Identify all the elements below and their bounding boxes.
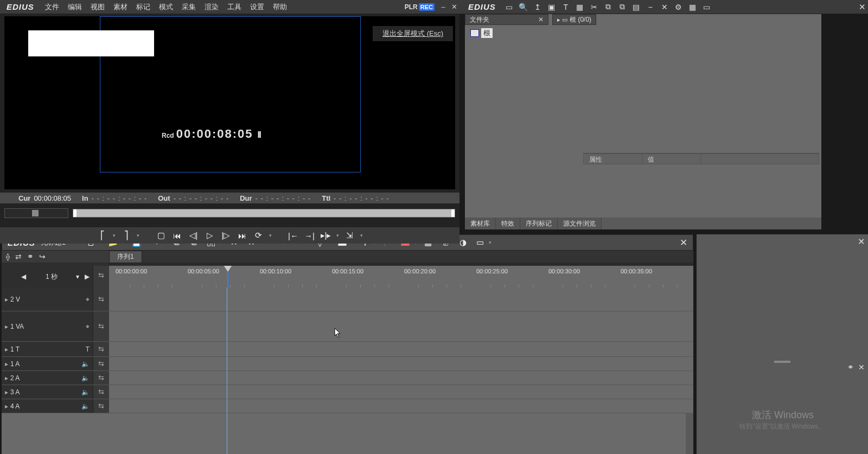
view-grid-icon[interactable]: ▦ [686,3,700,11]
ruler-sync-col[interactable]: ⇆ [93,266,109,287]
timeline-close-icon[interactable]: ✕ [674,237,693,248]
step-back-icon[interactable]: ◁| [186,228,201,242]
track-type-icon[interactable]: 🔈 [81,402,90,410]
tab-source-browser[interactable]: 源文件浏览 [558,218,602,229]
menu-settings[interactable]: 设置 [246,2,269,12]
units-drop-icon[interactable]: ▾ [74,273,81,280]
drop-icon[interactable]: ▾ [111,228,118,242]
scrub-track[interactable] [73,209,455,218]
track-lane[interactable] [109,342,693,356]
bin-tab-folder[interactable]: 文件夹 ✕ [465,14,548,25]
menu-view[interactable]: 视图 [86,2,109,12]
set-out-icon[interactable]: ⎤ [119,228,134,242]
sync-icon[interactable]: ⇄ [15,252,22,261]
track-patch[interactable]: ⇆ [93,371,109,385]
mode-icon[interactable]: ⟠ [6,252,10,261]
overwrite-icon[interactable]: ⇲ [342,228,358,242]
exit-fullscreen-button[interactable]: 退出全屏模式 (Esc) [373,26,453,41]
track-header[interactable]: ▸1 TT [2,342,93,356]
folder-icon[interactable]: ▭ [502,3,516,11]
drop-icon[interactable]: ▾ [267,228,274,242]
drop-icon[interactable]: ▾ [489,240,494,245]
link-icon[interactable]: ⚭ [27,252,34,261]
expand-icon[interactable]: ▸ [5,360,8,368]
track-type-icon[interactable]: ⌖ [86,323,90,330]
set-in-icon[interactable]: ⎡ [95,228,110,242]
minus-icon[interactable]: − [643,3,658,11]
close-icon[interactable]: ✕ [538,16,544,23]
insert-mode-icon[interactable]: ↪ [39,252,46,261]
props-icon[interactable]: ⚙ [672,3,686,11]
track-type-icon[interactable]: 🔈 [81,374,90,382]
timeline-ruler[interactable]: 00:00:00:0000:00:05:0000:00:10:0000:00:1… [109,266,693,287]
menu-tools[interactable]: 工具 [223,2,246,12]
menu-render[interactable]: 渲染 [200,2,223,12]
track-header[interactable]: ▸2 A🔈 [2,371,93,385]
menu-file[interactable]: 文件 [41,2,63,12]
title-icon[interactable]: T [559,3,573,11]
tab-library[interactable]: 素材库 [465,218,496,229]
prop-col-val[interactable]: 值 [642,154,701,164]
rewind-icon[interactable]: ⏮ [170,228,185,242]
bin-content[interactable] [583,27,819,152]
track-lane[interactable] [109,385,693,399]
layout-icon[interactable]: ▭ [473,238,488,247]
track-type-icon[interactable]: 🔈 [81,360,90,368]
play-icon[interactable]: ▷ [202,228,218,242]
expand-icon[interactable]: ▸ [5,402,8,410]
track-lane[interactable] [109,287,693,311]
ruler-units[interactable]: 1 秒 [29,272,74,282]
drop-icon[interactable]: ▾ [359,228,365,242]
drop-icon[interactable]: ▾ [335,228,341,242]
search-icon[interactable]: 🔍 [516,3,531,11]
up-icon[interactable]: ↥ [531,3,545,11]
link-icon[interactable]: ⚭ [847,363,854,372]
cut-icon[interactable]: ✂ [587,3,601,11]
stop-icon[interactable]: ▢ [154,228,169,242]
panel-handle[interactable] [774,361,790,363]
jog-shuttle[interactable] [4,208,68,218]
paste-icon[interactable]: ⧉ [615,2,629,11]
panel-close-icon[interactable]: ✕ [858,236,865,247]
view-list-icon[interactable]: ▭ [700,3,714,11]
track-lane[interactable] [109,371,693,385]
expand-icon[interactable]: ▸ [5,374,8,382]
bin-tab-root[interactable]: ▸ ▭ 根 (0/0) [552,14,596,25]
insert-icon[interactable]: ▸|▸ [318,228,334,242]
prop-col-attr[interactable]: 属性 [584,154,642,164]
expand-icon[interactable]: ▸ [5,346,8,353]
new-clip-icon[interactable]: ▣ [545,3,559,11]
track-header[interactable]: ▸4 A🔈 [2,399,93,413]
track-lane[interactable] [109,311,693,341]
track-patch[interactable]: ⇆ [93,342,109,356]
track-header[interactable]: ▸2 V⌖ [2,287,93,311]
close-icon[interactable]: ✕ [450,3,458,11]
next-icon[interactable]: ▶ [81,273,93,280]
tree-root-item[interactable]: 根 [467,27,580,39]
track-lane[interactable] [109,357,693,370]
minimize-icon[interactable]: – [439,3,448,11]
close-icon[interactable]: ✕ [858,363,865,372]
step-fwd-icon[interactable]: |▷ [219,228,234,242]
loop-icon[interactable]: ⟳ [251,228,266,242]
drop-icon[interactable]: ▾ [135,228,142,242]
prev-icon[interactable]: ◀ [18,273,29,280]
sequence-tab[interactable]: 序列1 [109,251,142,263]
delete-icon[interactable]: ✕ [658,3,672,11]
rec-badge[interactable]: REC [419,3,435,11]
track-type-icon[interactable]: ⌖ [86,296,90,303]
goto-out-icon[interactable]: →| [302,228,317,242]
menu-clip[interactable]: 素材 [109,2,132,12]
track-patch[interactable]: ⇆ [93,385,109,399]
track-type-icon[interactable]: 🔈 [81,388,90,396]
forward-icon[interactable]: ⏭ [235,228,250,242]
menu-capture[interactable]: 采集 [177,2,200,12]
expand-icon[interactable]: ▸ [5,388,8,396]
copy-icon[interactable]: ⧉ [601,2,615,11]
playhead[interactable] [227,266,228,287]
tab-effects[interactable]: 特效 [496,218,520,229]
menu-edit[interactable]: 编辑 [63,2,86,12]
menu-marker[interactable]: 标记 [132,2,155,12]
track-patch[interactable]: ⇆ [93,287,109,311]
track-patch[interactable]: ⇆ [93,357,109,370]
